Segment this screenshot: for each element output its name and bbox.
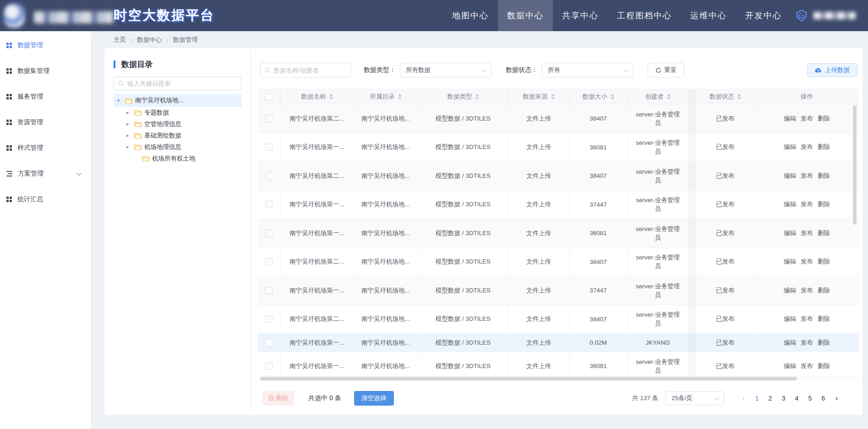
sidebar-item[interactable]: 服务管理 (0, 88, 91, 106)
page-button[interactable]: 1 (750, 395, 764, 402)
tree-node[interactable]: ▾ 南宁吴圩机场地... (114, 94, 241, 107)
table-row[interactable]: 南宁吴圩机场第一... 南宁吴圩机场地... 模型数据 / 3DTILES 文件… (257, 133, 859, 162)
table-header-cell[interactable] (257, 89, 281, 104)
page-size-select[interactable]: 25条/页 (666, 391, 724, 405)
delete-link[interactable]: 删除 (818, 286, 830, 295)
row-checkbox[interactable] (265, 115, 273, 122)
row-checkbox[interactable] (265, 339, 273, 346)
edit-link[interactable]: 编辑 (784, 200, 796, 209)
tree-node[interactable]: ▸ 空管地理信息 (114, 118, 241, 130)
tree-caret-icon[interactable]: ▸ (126, 121, 134, 127)
edit-link[interactable]: 编辑 (784, 339, 796, 347)
nav-item[interactable]: 地图中心 (443, 0, 498, 31)
table-row[interactable]: 南宁吴圩机场第二... 南宁吴圩机场地... 模型数据 / 3DTILES 文件… (257, 305, 859, 334)
redacted-username[interactable] (813, 12, 856, 19)
delete-link[interactable]: 删除 (818, 339, 830, 347)
table-header-cell[interactable]: 所属目录 (354, 89, 418, 104)
table-header-cell[interactable]: 数据名称 (281, 89, 354, 104)
edit-link[interactable]: 编辑 (784, 362, 796, 370)
reset-button[interactable]: 重置 (648, 63, 684, 77)
sort-icon[interactable] (329, 94, 333, 99)
row-checkbox[interactable] (265, 201, 273, 208)
sort-icon[interactable] (398, 94, 402, 99)
nav-item[interactable]: 数据中心 (498, 0, 553, 31)
edit-link[interactable]: 编辑 (784, 286, 796, 295)
edit-link[interactable]: 编辑 (784, 172, 796, 180)
row-checkbox[interactable] (265, 172, 273, 180)
publish-link[interactable]: 发布 (801, 258, 813, 266)
sidebar-item[interactable]: 样式管理 (0, 139, 91, 157)
delete-link[interactable]: 删除 (818, 229, 830, 237)
nav-item[interactable]: 开发中心 (736, 0, 791, 31)
sidebar-item[interactable]: 方案管理 (0, 165, 91, 183)
table-row[interactable]: 南宁吴圩机场第二... 南宁吴圩机场地... 模型数据 / 3DTILES 文件… (257, 162, 859, 191)
upload-data-button[interactable]: 上传数据 (807, 63, 857, 77)
table-row[interactable]: 南宁吴圩机场第二... 南宁吴圩机场地... 模型数据 / 3DTILES 文件… (257, 104, 859, 133)
page-button[interactable]: 6 (817, 395, 830, 402)
table-header-cell[interactable]: 创建者 (628, 89, 688, 104)
nav-item[interactable]: 共享中心 (553, 0, 608, 31)
nav-item[interactable]: 运维中心 (681, 0, 736, 31)
row-checkbox[interactable] (265, 315, 273, 323)
tree-caret-icon[interactable]: ▸ (126, 110, 134, 116)
sort-icon[interactable] (475, 94, 479, 99)
publish-link[interactable]: 发布 (801, 143, 813, 151)
delete-link[interactable]: 删除 (818, 143, 830, 151)
edit-link[interactable]: 编辑 (784, 229, 796, 237)
publish-link[interactable]: 发布 (801, 229, 813, 237)
table-header-cell[interactable]: 数据类型 (418, 89, 508, 104)
sidebar-item[interactable]: 资源管理 (0, 113, 91, 132)
type-filter-select[interactable]: 所有数据 (400, 63, 491, 77)
delete-link[interactable]: 删除 (818, 362, 830, 370)
sort-icon[interactable] (611, 94, 614, 99)
breadcrumb-item[interactable]: 数据管理 (173, 36, 198, 44)
nav-item[interactable]: 工程图档中心 (608, 0, 681, 31)
table-header-cell[interactable] (688, 89, 696, 104)
clear-selection-button[interactable]: 清空选择 (354, 391, 394, 406)
publish-link[interactable]: 发布 (801, 362, 813, 370)
table-search-input[interactable] (273, 67, 346, 74)
row-checkbox[interactable] (265, 287, 273, 294)
tree-search-input[interactable] (127, 80, 237, 87)
batch-delete-button[interactable]: 删除 (262, 391, 294, 406)
breadcrumb-item[interactable]: 主页 (114, 36, 126, 44)
tree-node[interactable]: ▸ 基础测绘数据 (114, 130, 241, 141)
tree-caret-icon[interactable]: ▾ (117, 98, 125, 104)
table-row[interactable]: 南宁吴圩机场第一... 南宁吴圩机场地... 模型数据 / 3DTILES 文件… (257, 276, 859, 305)
publish-link[interactable]: 发布 (801, 315, 813, 323)
page-button[interactable]: 5 (803, 395, 817, 402)
table-header-cell[interactable]: 数据大小 (569, 89, 628, 104)
tree-node[interactable]: 机场所有权土地 (114, 153, 241, 164)
page-button[interactable]: 3 (777, 395, 790, 402)
tree-node[interactable]: ▸ 专题数据 (114, 107, 241, 118)
row-checkbox[interactable] (265, 230, 273, 237)
delete-link[interactable]: 删除 (818, 258, 830, 266)
select-all-checkbox[interactable] (265, 93, 273, 100)
tree-caret-icon[interactable]: ▸ (126, 144, 134, 150)
sidebar-item[interactable]: 统计汇总 (0, 190, 91, 209)
table-header-cell[interactable]: 操作 (755, 89, 859, 104)
delete-link[interactable]: 删除 (818, 115, 830, 123)
table-row[interactable]: 南宁吴圩机场第二... 南宁吴圩机场地... 模型数据 / 3DTILES 文件… (257, 248, 859, 277)
sidebar-item[interactable]: 数据管理 (0, 36, 91, 55)
publish-link[interactable]: 发布 (801, 172, 813, 180)
tree-caret-icon[interactable]: ▸ (126, 132, 134, 138)
breadcrumb-item[interactable]: 数据中心 (137, 36, 162, 44)
publish-link[interactable]: 发布 (801, 286, 813, 295)
tree-node[interactable]: ▸ 机场地理信息 (114, 141, 241, 153)
platform-badge-icon[interactable] (796, 9, 808, 22)
publish-link[interactable]: 发布 (801, 115, 813, 123)
sort-icon[interactable] (667, 94, 671, 99)
row-checkbox[interactable] (265, 258, 273, 265)
edit-link[interactable]: 编辑 (784, 258, 796, 266)
table-row[interactable]: 南宁吴圩机场第一... 南宁吴圩机场地... 模型数据 / 3DTILES 文件… (257, 219, 859, 248)
row-checkbox[interactable] (265, 363, 273, 370)
row-checkbox[interactable] (265, 143, 273, 151)
publish-link[interactable]: 发布 (801, 200, 813, 209)
vertical-scrollbar-thumb[interactable] (853, 105, 857, 225)
edit-link[interactable]: 编辑 (784, 315, 796, 323)
page-button[interactable]: › (830, 395, 843, 402)
delete-link[interactable]: 删除 (818, 172, 830, 180)
page-button[interactable]: 4 (790, 395, 803, 402)
table-header-cell[interactable]: 数据状态 (696, 89, 755, 104)
